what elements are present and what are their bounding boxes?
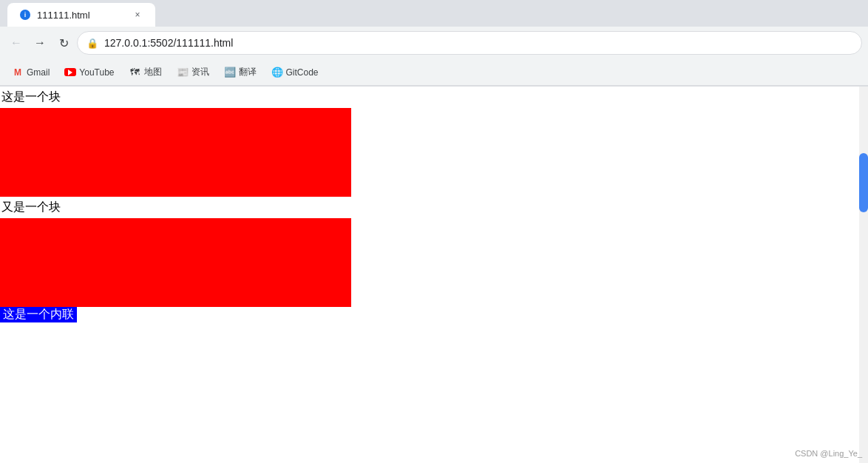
youtube-favicon [64,67,76,78]
watermark-text: CSDN @Ling_Ye_ [795,449,862,458]
refresh-button[interactable]: ↻ [53,33,74,53]
inline-text: 这是一个内联 [0,306,77,322]
scrollbar[interactable] [859,87,868,463]
block-1-container: 这是一个块 [0,87,868,197]
gmail-favicon: M [12,67,24,78]
bookmark-gmail[interactable]: M Gmail [6,64,55,81]
block-2-red [0,218,351,307]
bookmark-maps[interactable]: 🗺 地图 [123,63,168,81]
news-favicon: 📰 [177,67,189,78]
news-label: 资讯 [191,66,209,78]
tab-title: 111111.html [37,10,90,21]
tab-close-button[interactable]: × [132,9,143,21]
forward-button[interactable]: → [30,33,50,53]
bookmark-news[interactable]: 📰 资讯 [171,63,215,81]
address-bar[interactable]: 🔒 127.0.0.1:5502/111111.html [77,31,862,55]
gmail-label: Gmail [27,67,50,78]
tab-favicon: i [19,9,31,21]
scrollbar-thumb[interactable] [859,153,868,212]
block-1-label: 这是一个块 [0,87,868,108]
bookmark-translate[interactable]: 🔤 翻译 [218,63,262,81]
block-1-red [0,108,351,197]
bookmark-gitcode[interactable]: 🌐 GitCode [265,64,325,81]
bookmark-youtube[interactable]: YouTube [58,64,120,81]
page-content: 这是一个块 又是一个块 这是一个内联 CSDN @Ling_Ye_ [0,87,868,463]
gitcode-label: GitCode [286,67,319,78]
maps-favicon: 🗺 [129,67,141,78]
block-2-container: 又是一个块 [0,197,868,307]
maps-label: 地图 [144,66,162,78]
forward-icon: → [34,36,46,50]
back-button[interactable]: ← [6,33,27,53]
translate-favicon: 🔤 [224,67,236,78]
block-2-label: 又是一个块 [0,197,868,218]
tab-bar: i 111111.html × [0,0,868,27]
back-icon: ← [10,36,22,50]
tab-favicon-icon: i [20,10,30,20]
watermark: CSDN @Ling_Ye_ [795,449,862,458]
youtube-label: YouTube [79,67,114,78]
lock-icon: 🔒 [87,38,98,49]
toolbar: ← → ↻ 🔒 127.0.0.1:5502/111111.html [0,27,868,59]
gitcode-favicon: 🌐 [271,67,283,78]
active-tab[interactable]: i 111111.html × [7,3,155,27]
inline-block-blue: 这是一个内联 [0,307,77,322]
inline-block-container: 这是一个内联 [0,307,868,322]
youtube-icon [64,68,76,76]
translate-label: 翻译 [239,66,257,78]
browser-chrome: i 111111.html × ← → ↻ 🔒 127.0.0.1:5502/1… [0,0,868,87]
url-text: 127.0.0.1:5502/111111.html [104,37,233,49]
refresh-icon: ↻ [59,36,69,50]
bookmarks-bar: M Gmail YouTube 🗺 地图 📰 资讯 🔤 [0,59,868,86]
